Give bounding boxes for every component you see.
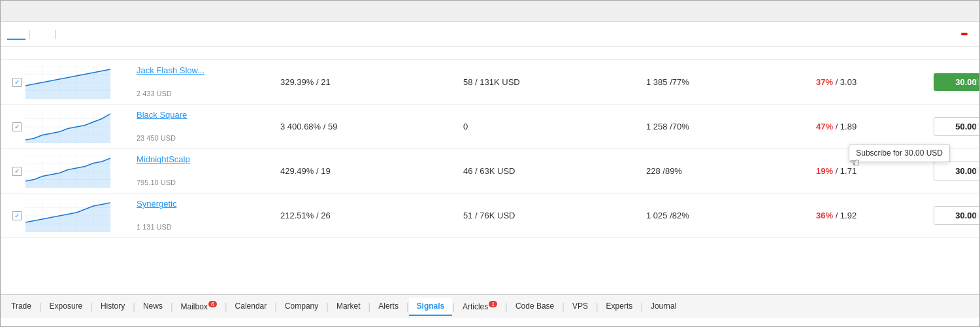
chart-cell: ✓ [7,63,131,101]
signal-chart [25,66,110,99]
signal-star-button[interactable]: ☆ [973,209,979,222]
tab-bar-right [961,33,973,35]
signal-star-button[interactable]: ☆ [973,165,979,177]
bottom-tab-mailbox[interactable]: Mailbox6 [173,297,225,317]
header-col-subscribers [458,50,641,56]
row-checkbox[interactable]: ✓ [12,167,22,176]
signal-trades: 228 /89% [641,164,811,179]
header-col-chart [7,50,131,56]
signal-price-cell: 30.00 USD [928,203,968,228]
bottom-tab-journal[interactable]: Journal [643,298,684,316]
tab-my-statistics[interactable] [59,28,77,40]
header-col-signal [131,50,275,56]
tab-badge: 6 [208,301,217,307]
bottom-tab-signals[interactable]: Signals [409,298,453,316]
signal-name-link[interactable]: Synergetic [137,199,270,209]
bottom-tab-alerts[interactable]: Alerts [370,298,406,316]
signal-maxdd: 19% / 1.71 [811,164,928,179]
signal-star-cell: ☆ [968,73,979,91]
signal-growth: 429.49% / 19 [275,164,458,179]
bottom-tab-articles[interactable]: Articles1 [455,297,505,317]
signal-star-cell: ☆ [968,118,979,135]
header-col-price [928,50,968,56]
bottom-tab-exposure[interactable]: Exposure [42,298,91,316]
table-row: ✓Synergetic1 131 USD212.51% / 2651 / 76K… [1,194,979,238]
table-row: ✓MidnightScalp795.10 USD429.49% / 1946 /… [1,149,979,194]
signal-trades: 1 025 /82% [641,208,811,223]
signal-price-cell: 30.00 USD [928,71,968,94]
bottom-tab-history[interactable]: History [93,298,133,316]
signal-subscribers: 0 [458,119,641,134]
signal-maxdd: 36% / 1.92 [811,208,928,223]
chart-cell: ✓ [7,197,131,235]
row-checkbox[interactable]: ✓ [12,122,22,131]
signal-equity: 2 433 USD [137,90,172,97]
signal-subscribers: 51 / 76K USD [458,208,641,223]
signal-price-cell: 30.00 USD [928,159,968,183]
tab-separator-2: | [54,29,57,39]
signal-star-button[interactable]: ☆ [973,120,979,133]
signal-price-cell: 50.00 USD [928,114,968,139]
signal-table-body: ✓Jack Flash Slow...2 433 USD329.39% / 21… [1,60,979,294]
bottom-tab-news[interactable]: News [135,298,171,316]
row-checkbox[interactable]: ✓ [12,78,22,87]
table-row: Subscribe for 30.00 USD☜✓Black Square23 … [1,105,979,149]
subscribe-tooltip: Subscribe for 30.00 USD [849,144,950,162]
chart-cell: ✓ [7,108,131,146]
bottom-tab-vps[interactable]: VPS [564,298,596,316]
header-col-trades [641,50,811,56]
main-tab-bar: | | [1,22,979,46]
signal-star-button[interactable]: ☆ [973,76,979,88]
header-col-growth [275,50,458,56]
signal-name-cell: MidnightScalp795.10 USD [131,152,275,190]
tab-main[interactable] [7,28,25,40]
signal-trades: 1 385 /77% [641,75,811,90]
signal-name-cell: Jack Flash Slow...2 433 USD [131,63,275,101]
signal-name-cell: Black Square23 450 USD [131,107,275,146]
table-header [1,46,979,60]
signal-maxdd: 37% / 3.03 [811,75,928,90]
signal-star-cell: ☆ [968,162,979,180]
table-row: ✓Jack Flash Slow...2 433 USD329.39% / 21… [1,60,979,105]
bottom-tab-experts[interactable]: Experts [598,298,641,316]
youtube-icon[interactable] [961,33,968,35]
signal-name-link[interactable]: MidnightScalp [137,154,270,164]
signal-trades: 1 258 /70% [641,119,811,134]
tab-favorites[interactable] [33,28,52,40]
signal-chart [25,199,110,232]
signal-maxdd: 47% / 1.89 [811,119,928,134]
signal-equity: 23 450 USD [137,134,176,142]
signal-chart [25,155,110,188]
chart-cell: ✓ [7,152,131,190]
tab-badge: 1 [489,301,497,307]
signal-name-link[interactable]: Jack Flash Slow... [137,65,270,75]
bottom-tab-calendar[interactable]: Calendar [227,298,275,316]
signal-equity: 1 131 USD [137,223,172,231]
signal-name-link[interactable]: Black Square [137,110,270,120]
signal-growth: 212.51% / 26 [275,208,458,223]
signal-chart [25,111,110,143]
bottom-tab-market[interactable]: Market [329,298,368,316]
tab-separator-1: | [28,29,31,39]
signal-subscribers: 46 / 63K USD [458,164,641,179]
signal-name-cell: Synergetic1 131 USD [131,196,275,235]
bottom-tab-bar: Trade|Exposure|History|News|Mailbox6|Cal… [1,294,979,318]
header-col-maxdd [811,50,928,56]
signal-star-cell: ☆ [968,207,979,224]
bottom-tab-trade[interactable]: Trade [3,298,39,316]
signal-equity: 795.10 USD [137,179,176,186]
row-checkbox[interactable]: ✓ [12,211,22,220]
signal-subscribers: 58 / 131K USD [458,75,641,90]
header-col-star [968,50,980,56]
signal-growth: 329.39% / 21 [275,75,458,90]
signal-growth: 3 400.68% / 59 [275,119,458,134]
bottom-tab-company[interactable]: Company [277,298,326,316]
bottom-tab-code-base[interactable]: Code Base [508,298,562,316]
title-bar [1,1,979,22]
